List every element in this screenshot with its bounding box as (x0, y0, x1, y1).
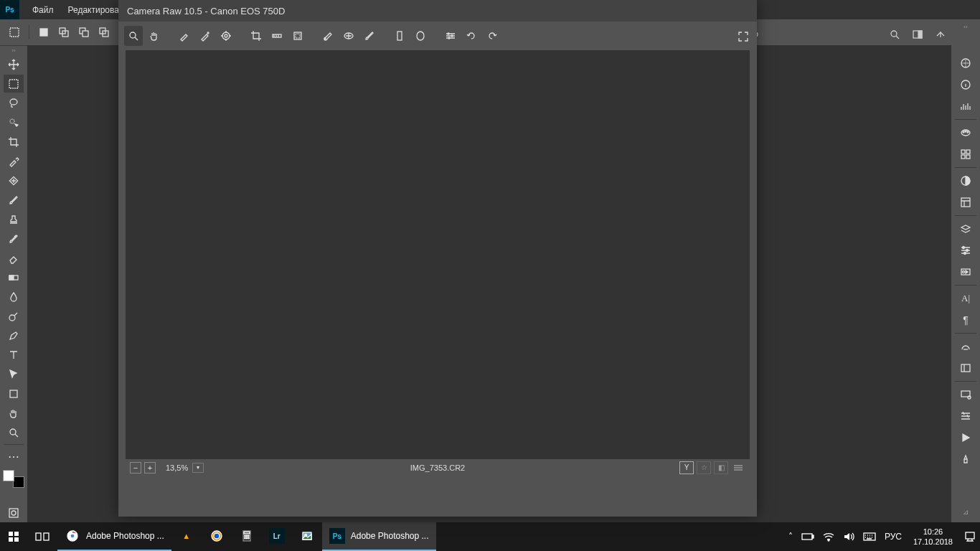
tray-overflow-icon[interactable]: ˄ (784, 522, 797, 551)
styles-panel-icon[interactable] (955, 144, 976, 164)
intersect-selection-icon[interactable] (95, 24, 113, 41)
rotate-cw-icon[interactable] (483, 26, 501, 46)
language-indicator[interactable]: РУС (880, 522, 906, 551)
before-after-icon[interactable]: Y (679, 461, 694, 474)
brush-tool[interactable] (4, 191, 24, 209)
crop-tool[interactable] (4, 133, 24, 151)
actions-panel-icon[interactable] (955, 428, 976, 448)
zoom-tool-icon[interactable] (124, 26, 143, 46)
shape-tool[interactable] (4, 385, 24, 402)
path-select-tool[interactable] (4, 365, 24, 383)
battery-icon[interactable] (797, 522, 819, 551)
hand-tool[interactable] (4, 404, 24, 422)
histogram-panel-icon[interactable] (955, 96, 976, 116)
move-tool[interactable] (4, 55, 24, 73)
radial-filter-tool-icon[interactable] (411, 26, 430, 46)
zoom-in-button[interactable]: + (144, 462, 156, 474)
healing-tool[interactable] (4, 171, 24, 189)
svg-rect-80 (966, 532, 974, 539)
character-panel-icon[interactable]: A| (955, 288, 976, 309)
panel-expand-icon[interactable]: ⊿ (955, 501, 976, 522)
subtract-selection-icon[interactable] (75, 24, 93, 41)
layers-panel-icon[interactable] (955, 219, 976, 239)
rating-icon[interactable]: ☆ (697, 461, 711, 474)
wifi-icon[interactable] (819, 522, 839, 551)
taskbar-app-amd[interactable]: ▲ (171, 522, 202, 551)
taskbar-app-lightroom[interactable]: Lr (262, 522, 292, 551)
taskbar-app-pictures[interactable] (292, 522, 322, 551)
lasso-tool[interactable] (4, 94, 24, 112)
quickmask-tool[interactable] (4, 504, 24, 522)
quick-select-tool[interactable] (4, 113, 24, 131)
label-icon[interactable]: ◧ (714, 461, 728, 474)
svg-rect-57 (14, 532, 19, 536)
preferences-icon[interactable] (441, 26, 460, 46)
blur-tool[interactable] (4, 288, 24, 306)
adjustments-panel-icon[interactable] (955, 171, 976, 191)
swatches-panel-icon[interactable] (955, 123, 976, 143)
tool-preset-icon[interactable] (6, 24, 23, 41)
camera-raw-preview[interactable] (126, 50, 750, 459)
libraries-panel-icon[interactable] (955, 192, 976, 212)
graduated-filter-tool-icon[interactable] (390, 26, 409, 46)
brush-settings-panel-icon[interactable] (955, 406, 976, 426)
notifications-icon[interactable] (960, 522, 980, 551)
taskbar-app-photoshop[interactable]: Ps Adobe Photoshop ... (322, 522, 436, 551)
paths-panel-icon[interactable] (955, 262, 976, 282)
marquee-tool[interactable] (4, 75, 24, 93)
add-selection-icon[interactable] (55, 24, 72, 41)
settings-icon[interactable] (731, 461, 745, 474)
properties-panel-icon[interactable] (955, 358, 976, 378)
share-icon[interactable] (931, 25, 950, 44)
color-sampler-tool-icon[interactable] (196, 26, 215, 46)
foreground-swatch[interactable] (3, 470, 14, 481)
keyboard-icon[interactable] (859, 522, 880, 551)
redeye-tool-icon[interactable] (339, 26, 358, 46)
taskbar-app-calculator[interactable] (232, 522, 262, 551)
history-brush-tool[interactable] (4, 230, 24, 248)
eraser-tool[interactable] (4, 249, 24, 267)
zoom-dropdown[interactable]: ▾ (192, 463, 204, 473)
type-tool[interactable] (4, 346, 24, 364)
crop-tool-icon[interactable] (247, 26, 265, 46)
adjustment-brush-tool-icon[interactable] (360, 26, 379, 46)
brushes-panel-icon[interactable] (955, 449, 976, 469)
transform-tool-icon[interactable] (288, 26, 307, 46)
dodge-tool[interactable] (4, 307, 24, 325)
target-adjust-tool-icon[interactable] (217, 26, 235, 46)
zoom-tool[interactable] (4, 423, 24, 441)
rotate-ccw-icon[interactable] (462, 26, 481, 46)
channels-panel-icon[interactable] (955, 240, 976, 260)
pen-tool[interactable] (4, 326, 24, 344)
info-panel-icon[interactable] (955, 75, 976, 95)
spot-removal-tool-icon[interactable] (319, 26, 337, 46)
taskbar-app-chrome[interactable]: Adobe Photoshop ... (57, 522, 171, 551)
panel-grip-icon[interactable]: ›› (0, 46, 27, 55)
fullscreen-toggle-icon[interactable] (735, 29, 751, 44)
zoom-out-button[interactable]: − (130, 462, 141, 474)
panel-grip-icon[interactable]: ‹‹ (952, 22, 979, 31)
gradient-tool[interactable] (4, 268, 24, 286)
background-swatch[interactable] (13, 476, 24, 488)
3d-panel-icon[interactable] (955, 336, 976, 357)
clock[interactable]: 10:26 17.10.2018 (906, 527, 960, 547)
task-view-button[interactable] (27, 522, 57, 551)
color-panel-icon[interactable] (955, 53, 976, 73)
stamp-tool[interactable] (4, 210, 24, 228)
volume-icon[interactable] (839, 522, 859, 551)
workspace-icon[interactable] (908, 25, 927, 44)
eyedropper-tool[interactable] (4, 152, 24, 170)
hand-tool-icon[interactable] (145, 26, 164, 46)
new-selection-icon[interactable] (35, 24, 52, 41)
navigator-panel-icon[interactable] (955, 385, 976, 405)
paragraph-panel-icon[interactable]: ¶ (955, 310, 976, 330)
start-button[interactable] (0, 522, 27, 551)
search-icon[interactable] (885, 25, 904, 44)
edit-toolbar-icon[interactable]: ⋯ (4, 448, 24, 466)
straighten-tool-icon[interactable] (268, 26, 286, 46)
taskbar-app-label: Adobe Photoshop ... (351, 531, 429, 541)
taskbar-app-firefox[interactable] (202, 522, 232, 551)
menu-file[interactable]: Файл (25, 5, 61, 15)
white-balance-tool-icon[interactable] (175, 26, 194, 46)
color-swatches[interactable] (3, 470, 24, 488)
